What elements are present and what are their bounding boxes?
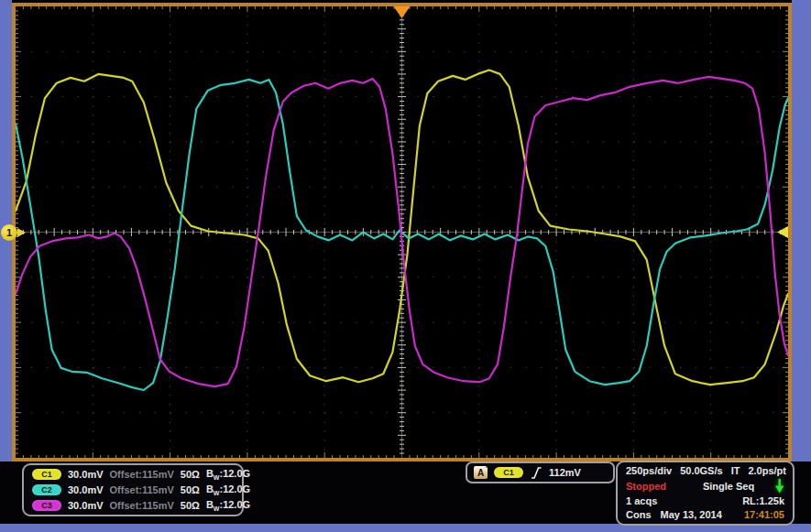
c1-impedance: 50Ω <box>181 469 200 480</box>
c1-scale: 30.0mV <box>68 469 104 480</box>
trigger-position-marker[interactable] <box>394 6 411 18</box>
channel-readout-box: C1 30.0mV Offset:115mV 50Ω BW:12.0G C2 3… <box>22 463 244 516</box>
c1-bandwidth: BW:12.0G <box>206 468 250 481</box>
date-label: May 13, 2014 <box>661 509 744 520</box>
channel-1-marker-arrow <box>17 228 26 237</box>
acq-mode: IT <box>731 465 740 476</box>
channel-readout-c2[interactable]: C2 30.0mV Offset:115mV 50Ω BW:12.0G <box>24 483 242 497</box>
cons-label: Cons <box>626 509 652 520</box>
run-status: Stopped <box>626 481 683 492</box>
c2-bandwidth: BW:12.0G <box>206 483 250 496</box>
c3-impedance: 50Ω <box>181 500 200 511</box>
channel-1-marker[interactable]: 1 <box>1 224 17 241</box>
waveform-plot <box>16 6 788 458</box>
trigger-a-badge: A′ <box>474 466 488 479</box>
channel-badge-c3[interactable]: C3 <box>32 500 61 511</box>
c1-offset: Offset:115mV <box>110 469 174 480</box>
c3-offset: Offset:115mV <box>110 500 174 511</box>
oscilloscope-screen: 1 C1 30.0mV Offset:115mV 50Ω BW:12.0G C2… <box>0 0 811 532</box>
rising-edge-icon <box>530 466 542 480</box>
trigger-ready-arrow-icon <box>774 479 784 494</box>
c2-impedance: 50Ω <box>181 484 200 495</box>
status-bar: C1 30.0mV Offset:115mV 50Ω BW:12.0G C2 3… <box>0 461 811 524</box>
c3-scale: 30.0mV <box>68 500 104 511</box>
graticule <box>12 3 792 461</box>
trigger-source-badge[interactable]: C1 <box>494 467 523 478</box>
record-length: RL:1.25k <box>742 495 784 506</box>
resolution: 2.0ps/pt <box>748 465 786 476</box>
c3-bandwidth: BW:12.0G <box>206 499 250 512</box>
datetime-row: Cons May 13, 2014 17:41:05 <box>626 509 784 520</box>
window-frame-right <box>792 0 811 532</box>
channel-readout-c1[interactable]: C1 30.0mV Offset:115mV 50Ω BW:12.0G <box>24 467 242 482</box>
horizontal-readout: 250ps/div 50.0GS/s IT 2.0ps/pt <box>626 465 784 476</box>
acqs-row: 1 acqs RL:1.25k <box>626 495 784 506</box>
timebase: 250ps/div <box>626 465 672 476</box>
trigger-readout-box[interactable]: A′ C1 112mV <box>466 461 615 483</box>
acq-count: 1 acqs <box>626 495 742 506</box>
run-status-row: Stopped Single Seq <box>626 479 784 494</box>
trigger-level-marker[interactable] <box>777 226 788 238</box>
trigger-level: 112mV <box>549 467 581 478</box>
window-frame-left <box>0 0 12 532</box>
channel-readout-c3[interactable]: C3 30.0mV Offset:115mV 50Ω BW:12.0G <box>24 498 242 513</box>
acquisition-readout-box[interactable]: 250ps/div 50.0GS/s IT 2.0ps/pt Stopped S… <box>616 461 795 526</box>
run-mode: Single Seq <box>683 481 774 492</box>
c2-scale: 30.0mV <box>68 484 104 495</box>
time-label: 17:41:05 <box>744 509 784 520</box>
channel-badge-c1[interactable]: C1 <box>32 469 61 480</box>
sample-rate: 50.0GS/s <box>680 465 722 476</box>
c2-offset: Offset:115mV <box>110 484 174 495</box>
channel-badge-c2[interactable]: C2 <box>32 484 61 495</box>
